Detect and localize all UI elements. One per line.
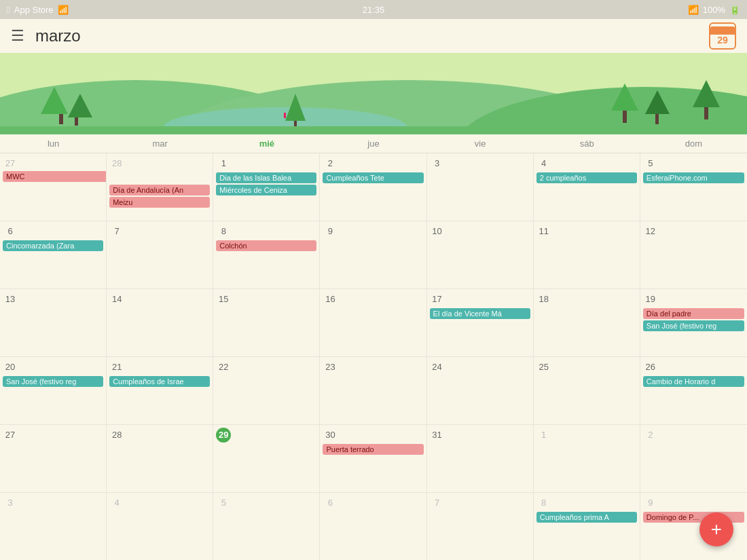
svg-rect-18 (0, 126, 747, 134)
day-31[interactable]: 31 (427, 425, 534, 492)
day-5-next[interactable]: 5 (213, 493, 320, 560)
day-2[interactable]: 2 Cumpleaños Tete (320, 153, 426, 221)
day-28-prev[interactable]: 28 Día de Andalucía (An Meizu (107, 153, 213, 221)
day-num: 1 (536, 428, 551, 443)
event-dia-padre[interactable]: Día del padre (643, 308, 744, 319)
day-num: 12 (643, 224, 658, 239)
event-meizu[interactable]: Meizu (109, 197, 210, 208)
day-10[interactable]: 10 (427, 221, 534, 288)
day-7-next[interactable]: 7 (427, 493, 534, 560)
day-8[interactable]: 8 Colchón (213, 221, 320, 288)
day-num: 28 (109, 156, 124, 171)
day-28b[interactable]: 28 (107, 425, 213, 492)
menu-button[interactable]: ☰ (11, 27, 24, 45)
day-16[interactable]: 16 (320, 289, 426, 356)
day-num: 15 (216, 292, 231, 307)
battery-label: 100% (703, 5, 725, 15)
event-cumple-tete[interactable]: Cumpleaños Tete (323, 172, 423, 183)
calendar: lun mar mié jue vie sáb dom 27 MWC 28 Dí… (0, 134, 747, 560)
month-title: marzo (35, 26, 709, 45)
day-9[interactable]: 9 (320, 221, 426, 288)
event-puerta[interactable]: Puerta terrado (323, 444, 423, 455)
fab-add-button[interactable]: + (699, 512, 733, 546)
day-30[interactable]: 30 Puerta terrado (320, 425, 426, 492)
day-3[interactable]: 3 (427, 153, 534, 221)
day-22[interactable]: 22 (213, 357, 320, 424)
day-num: 6 (323, 496, 338, 510)
status-left:  App Store 📶 (7, 5, 69, 15)
day-7[interactable]: 7 (107, 221, 213, 288)
day-1-next[interactable]: 1 (534, 425, 640, 492)
svg-rect-17 (284, 113, 286, 118)
day-1[interactable]: 1 Dia de las Islas Balea Miércoles de Ce… (213, 153, 320, 221)
day-17[interactable]: 17 El día de Vicente Má (427, 289, 534, 356)
day-20[interactable]: 20 San José (festivo reg (0, 357, 107, 424)
event-2-cumple[interactable]: 2 cumpleaños (536, 172, 637, 183)
day-24[interactable]: 24 (427, 357, 534, 424)
cal-icon-num: 29 (717, 35, 728, 45)
day-num: 2 (323, 156, 338, 171)
day-num: 7 (109, 224, 124, 239)
svg-rect-7 (59, 114, 63, 124)
day-num: 11 (536, 224, 551, 239)
day-header-dom: dom (640, 137, 747, 150)
svg-rect-8 (75, 117, 78, 126)
event-cincomarzada[interactable]: Cincomarzada (Zara (3, 240, 103, 251)
day-header-sab: sáb (534, 137, 640, 150)
day-num: 13 (3, 292, 18, 307)
day-num: 8 (536, 496, 551, 510)
day-23[interactable]: 23 (320, 357, 426, 424)
day-2-next[interactable]: 2 (640, 425, 747, 492)
week-row-6: 3 4 5 6 7 8 Cumpleaños prima A 9 Domingo… (0, 493, 747, 560)
battery-icon: 🔋 (729, 5, 740, 15)
day-num: 24 (430, 360, 445, 375)
day-num: 31 (430, 428, 445, 443)
day-13[interactable]: 13 (0, 289, 107, 356)
day-num-today: 29 (216, 428, 231, 443)
day-29[interactable]: 29 (213, 425, 320, 492)
event-andalucia[interactable]: Día de Andalucía (An (109, 185, 210, 195)
event-cumple-prima[interactable]: Cumpleaños prima A (536, 512, 637, 523)
day-19[interactable]: 19 Día del padre San José (festivo reg (640, 289, 747, 356)
day-num: 28 (109, 428, 124, 443)
event-colchon[interactable]: Colchón (216, 240, 316, 251)
day-num: 27 (3, 428, 18, 443)
day-num: 17 (430, 292, 445, 307)
event-vicente[interactable]: El día de Vicente Má (430, 308, 530, 319)
svg-rect-16 (704, 107, 708, 119)
calendar-today-button[interactable]: 29 (709, 22, 736, 50)
event-islas[interactable]: Dia de las Islas Balea (216, 172, 316, 183)
day-num: 9 (643, 496, 658, 510)
event-cumple-israel[interactable]: Cumpleaños de Israe (109, 376, 210, 387)
day-27b[interactable]: 27 (0, 425, 107, 492)
day-27-prev[interactable]: 27 MWC (0, 153, 107, 221)
day-14[interactable]: 14 (107, 289, 213, 356)
day-num: 3 (430, 156, 445, 171)
day-25[interactable]: 25 (534, 357, 640, 424)
header: ☰ marzo 29 (0, 19, 747, 53)
event-mwc[interactable]: MWC (3, 171, 107, 182)
event-miercoles[interactable]: Miércoles de Ceniza (216, 185, 316, 195)
day-num: 10 (430, 224, 445, 239)
day-12[interactable]: 12 (640, 221, 747, 288)
day-3-next[interactable]: 3 (0, 493, 107, 560)
day-6[interactable]: 6 Cincomarzada (Zara (0, 221, 107, 288)
wifi-icon: 📶 (58, 5, 69, 15)
day-4[interactable]: 4 2 cumpleaños (534, 153, 640, 221)
day-num: 27 (3, 156, 18, 171)
day-11[interactable]: 11 (534, 221, 640, 288)
day-26[interactable]: 26 Cambio de Horario d (640, 357, 747, 424)
day-21[interactable]: 21 Cumpleaños de Israe (107, 357, 213, 424)
day-num: 21 (109, 360, 124, 375)
event-sanjose-20[interactable]: San José (festivo reg (3, 376, 103, 387)
day-15[interactable]: 15 (213, 289, 320, 356)
day-18[interactable]: 18 (534, 289, 640, 356)
event-horario[interactable]: Cambio de Horario d (643, 376, 744, 387)
day-num: 9 (323, 224, 338, 239)
day-6-next[interactable]: 6 (320, 493, 426, 560)
event-esfera[interactable]: EsferaiPhone.com (643, 172, 744, 183)
day-5[interactable]: 5 EsferaiPhone.com (640, 153, 747, 221)
day-4-next[interactable]: 4 (107, 493, 213, 560)
day-8-next[interactable]: 8 Cumpleaños prima A (534, 493, 640, 560)
event-sanjose-19[interactable]: San José (festivo reg (643, 320, 744, 331)
